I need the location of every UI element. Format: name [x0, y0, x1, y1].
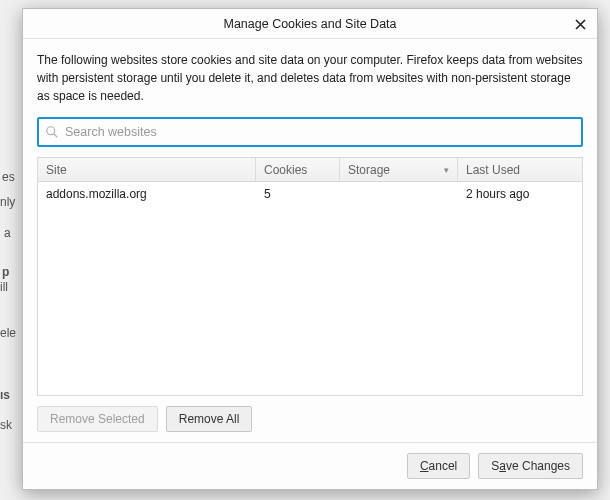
sort-indicator-icon: ▾: [444, 165, 449, 175]
cancel-button[interactable]: Cancel: [407, 453, 470, 479]
table-row[interactable]: addons.mozilla.org52 hours ago: [38, 182, 582, 206]
manage-cookies-dialog: Manage Cookies and Site Data The followi…: [22, 8, 598, 490]
column-header-cookies[interactable]: Cookies: [256, 158, 340, 181]
dialog-description: The following websites store cookies and…: [37, 51, 583, 105]
table-header-row: Site Cookies Storage ▾ Last Used: [38, 158, 582, 182]
cell-last-used: 2 hours ago: [458, 187, 582, 201]
dialog-titlebar: Manage Cookies and Site Data: [23, 9, 597, 39]
remove-all-button[interactable]: Remove All: [166, 406, 253, 432]
column-header-last-used[interactable]: Last Used: [458, 158, 582, 181]
search-input[interactable]: [65, 125, 575, 139]
table-body[interactable]: addons.mozilla.org52 hours ago: [38, 182, 582, 395]
close-icon: [575, 19, 586, 30]
search-icon: [45, 125, 59, 139]
dialog-title: Manage Cookies and Site Data: [223, 17, 396, 31]
remove-selected-button[interactable]: Remove Selected: [37, 406, 158, 432]
svg-point-0: [47, 127, 55, 135]
search-field-wrap[interactable]: [37, 117, 583, 147]
sites-table: Site Cookies Storage ▾ Last Used addons.…: [37, 157, 583, 396]
save-changes-button[interactable]: Save Changes: [478, 453, 583, 479]
row-actions: Remove Selected Remove All: [37, 406, 583, 432]
cell-site: addons.mozilla.org: [38, 187, 256, 201]
dialog-content: The following websites store cookies and…: [23, 39, 597, 442]
dialog-footer: Cancel Save Changes: [23, 442, 597, 489]
column-header-storage[interactable]: Storage ▾: [340, 158, 458, 181]
column-header-site[interactable]: Site: [38, 158, 256, 181]
cell-cookies: 5: [256, 187, 340, 201]
svg-line-1: [54, 134, 58, 138]
close-button[interactable]: [569, 13, 591, 35]
